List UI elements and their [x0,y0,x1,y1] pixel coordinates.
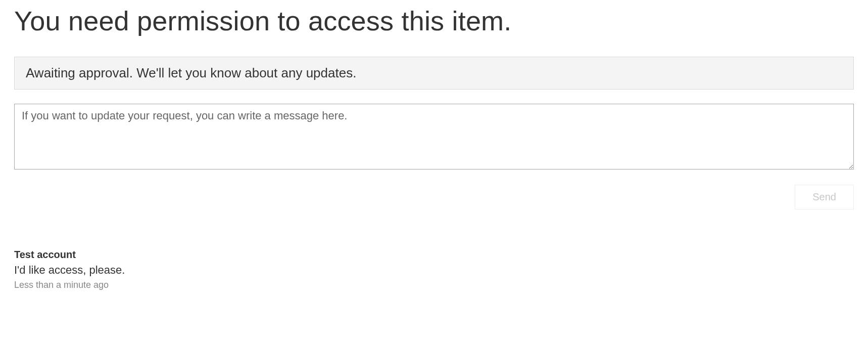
request-history: Test account I'd like access, please. Le… [14,249,854,290]
history-entry: Test account I'd like access, please. Le… [14,249,854,290]
send-button[interactable]: Send [795,185,854,209]
history-timestamp: Less than a minute ago [14,280,854,290]
history-author: Test account [14,249,854,261]
history-message: I'd like access, please. [14,264,854,277]
status-banner: Awaiting approval. We'll let you know ab… [14,57,854,90]
page-title: You need permission to access this item. [14,5,854,36]
request-message-input[interactable] [14,104,854,169]
send-row: Send [14,185,854,209]
